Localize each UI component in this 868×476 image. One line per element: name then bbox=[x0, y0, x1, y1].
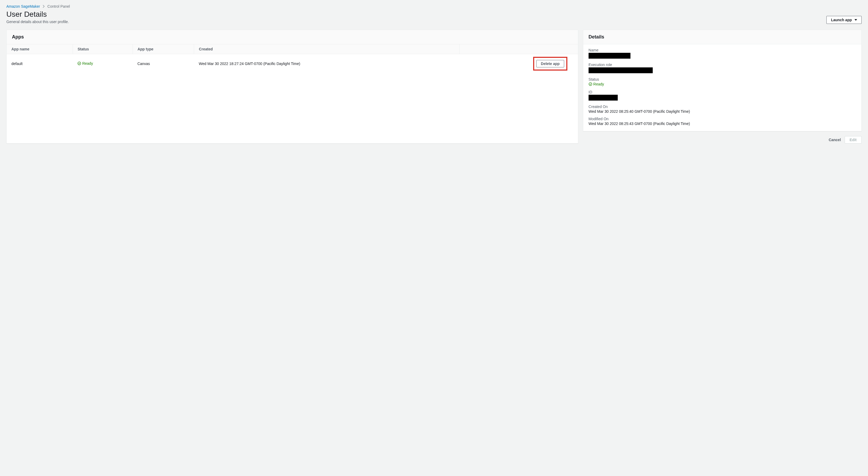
col-app-type[interactable]: App type bbox=[132, 44, 194, 54]
cell-status-text: Ready bbox=[82, 61, 93, 65]
launch-app-label: Launch app bbox=[831, 18, 852, 22]
check-circle-icon bbox=[589, 82, 592, 86]
col-created[interactable]: Created bbox=[194, 44, 460, 54]
breadcrumb: Amazon SageMaker Control Panel bbox=[6, 4, 862, 8]
apps-panel-title: Apps bbox=[7, 30, 578, 44]
delete-app-button[interactable]: Delete app bbox=[536, 60, 564, 67]
details-panel-title: Details bbox=[583, 30, 861, 44]
table-row: default Ready Canvas Wed Mar 30 2022 18:… bbox=[7, 54, 578, 73]
cancel-button[interactable]: Cancel bbox=[829, 138, 841, 142]
label-execution-role: Execution role bbox=[589, 63, 856, 67]
value-status: Ready bbox=[593, 82, 604, 86]
col-actions bbox=[460, 44, 578, 54]
highlight-annotation: Delete app bbox=[533, 57, 567, 70]
edit-button[interactable]: Edit bbox=[845, 136, 862, 144]
label-created-on: Created On bbox=[589, 105, 856, 109]
cell-app-name: default bbox=[7, 54, 73, 73]
caret-down-icon bbox=[855, 19, 857, 21]
page-subtitle: General details about this user profile. bbox=[6, 20, 69, 24]
value-name-redacted bbox=[589, 53, 630, 59]
label-status: Status bbox=[589, 77, 856, 82]
apps-panel: Apps App name Status App type Created de… bbox=[6, 30, 578, 144]
value-execution-role-redacted bbox=[589, 67, 653, 73]
check-circle-icon bbox=[78, 62, 81, 65]
cell-app-type: Canvas bbox=[132, 54, 194, 73]
page-title: User Details bbox=[6, 10, 69, 19]
footer-actions: Cancel Edit bbox=[583, 136, 862, 144]
label-id: ID bbox=[589, 90, 856, 94]
chevron-right-icon bbox=[43, 5, 45, 8]
label-modified-on: Modified On bbox=[589, 117, 856, 121]
details-panel: Details Name Execution role Status Ready… bbox=[583, 30, 862, 131]
value-id-redacted bbox=[589, 95, 618, 100]
label-name: Name bbox=[589, 48, 856, 52]
value-created-on: Wed Mar 30 2022 08:25:40 GMT-0700 (Pacif… bbox=[589, 109, 856, 114]
col-status[interactable]: Status bbox=[73, 44, 132, 54]
launch-app-button[interactable]: Launch app bbox=[826, 16, 862, 24]
breadcrumb-root-link[interactable]: Amazon SageMaker bbox=[6, 4, 40, 8]
breadcrumb-current: Control Panel bbox=[48, 4, 70, 8]
col-app-name[interactable]: App name bbox=[7, 44, 73, 54]
cell-status: Ready bbox=[73, 54, 132, 73]
apps-table: App name Status App type Created default… bbox=[7, 44, 578, 73]
cell-created: Wed Mar 30 2022 18:27:24 GMT-0700 (Pacif… bbox=[194, 54, 460, 73]
value-modified-on: Wed Mar 30 2022 08:25:43 GMT-0700 (Pacif… bbox=[589, 121, 856, 126]
details-column: Details Name Execution role Status Ready… bbox=[583, 30, 862, 144]
